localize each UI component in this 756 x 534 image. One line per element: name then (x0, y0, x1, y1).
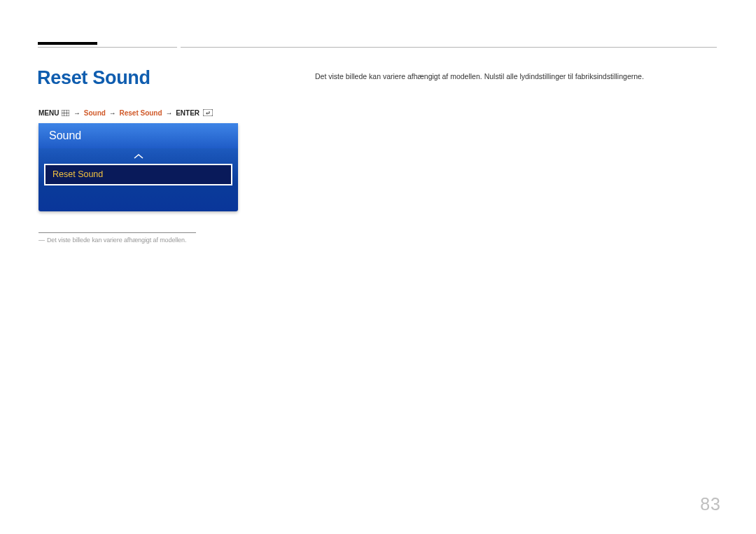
breadcrumb-enter-label: ENTER (176, 109, 200, 117)
footnote-body: Det viste billede kan variere afhængigt … (47, 237, 186, 244)
osd-menu-item-reset-sound[interactable]: Reset Sound (44, 164, 232, 185)
footnote-dash: ― (38, 237, 45, 244)
osd-menu-box: Sound Reset Sound (38, 123, 238, 211)
page-number: 83 (700, 494, 721, 514)
breadcrumb-arrow: → (165, 109, 172, 117)
breadcrumb-menu-label: MENU (38, 109, 59, 117)
menu-grid-icon (62, 110, 69, 118)
divider-right (181, 47, 717, 48)
breadcrumb-arrow: → (109, 109, 116, 117)
breadcrumb-reset-sound: Reset Sound (119, 109, 162, 117)
footnote-divider (38, 232, 196, 233)
divider-left (38, 47, 177, 48)
breadcrumb-sound: Sound (84, 109, 106, 117)
description-text: Det viste billede kan variere afhængigt … (315, 72, 644, 80)
breadcrumb: MENU → Sound → Reset Sound → ENTER (38, 109, 213, 118)
svg-rect-4 (203, 109, 213, 116)
osd-menu-header: Sound (38, 123, 238, 148)
breadcrumb-arrow: → (74, 109, 80, 117)
chevron-up-icon[interactable] (38, 148, 238, 164)
section-tab-marker (38, 42, 97, 45)
enter-icon (203, 109, 213, 118)
page-title: Reset Sound (37, 67, 150, 89)
footnote-text: ―Det viste billede kan variere afhængigt… (38, 237, 186, 244)
